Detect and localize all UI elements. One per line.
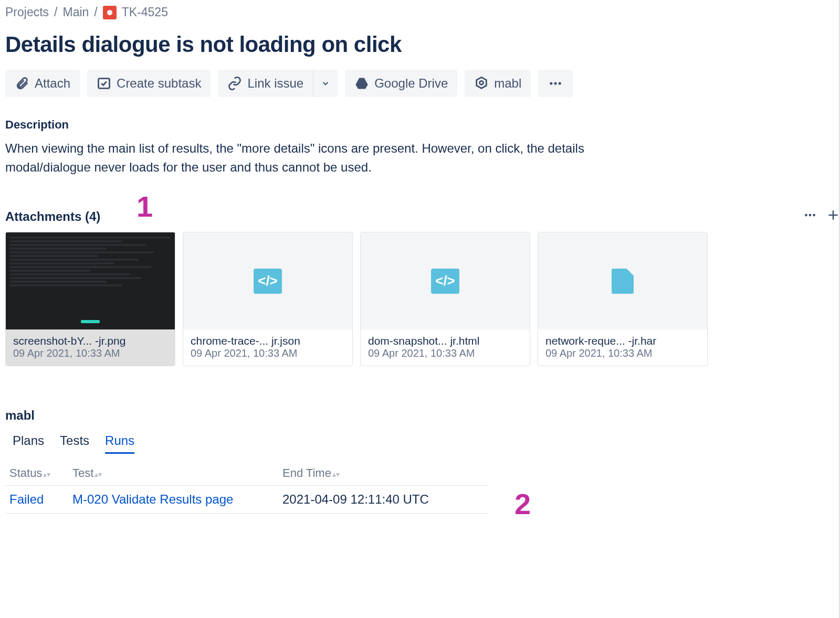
breadcrumb-projects[interactable]: Projects: [5, 5, 49, 19]
mabl-icon: [474, 76, 489, 91]
attachments-header: Attachments (4) 1: [5, 208, 840, 225]
paperclip-icon: [15, 76, 29, 91]
breadcrumb: Projects / Main / TK-4525: [5, 5, 840, 19]
attachment-name: screenshot-bY... -jr.png: [13, 335, 167, 347]
link-issue-split: Link issue: [218, 70, 338, 97]
kebab-icon: [803, 208, 817, 222]
attachment-preview: </>: [183, 232, 352, 329]
mabl-section: mabl Plans Tests Runs Status▴▾ Test▴▾ En…: [5, 408, 840, 514]
tab-tests[interactable]: Tests: [60, 433, 89, 454]
bug-icon: [103, 6, 117, 19]
attachment-preview: [6, 232, 175, 329]
google-drive-icon: [354, 76, 369, 91]
issue-key: TK-4525: [122, 5, 168, 19]
attachment-date: 09 Apr 2021, 10:33 AM: [13, 347, 167, 359]
col-test[interactable]: Test▴▾: [68, 461, 278, 486]
svg-point-6: [809, 214, 812, 217]
google-drive-label: Google Drive: [374, 76, 448, 91]
svg-point-4: [559, 82, 561, 84]
table-row[interactable]: Failed M-020 Validate Results page 2021-…: [5, 486, 488, 514]
attachment-card[interactable]: </> chrome-trace-... jr.json 09 Apr 2021…: [183, 232, 353, 366]
sort-icon: ▴▾: [332, 470, 340, 478]
create-subtask-button[interactable]: Create subtask: [87, 70, 211, 97]
add-attachment-button[interactable]: [826, 208, 840, 225]
sort-icon: ▴▾: [43, 470, 50, 478]
run-test-link[interactable]: M-020 Validate Results page: [72, 492, 233, 506]
link-issue-label: Link issue: [247, 76, 303, 91]
breadcrumb-main[interactable]: Main: [62, 5, 89, 19]
breadcrumb-sep: /: [94, 5, 97, 19]
create-subtask-label: Create subtask: [117, 76, 201, 91]
annotation-1: 1: [136, 189, 153, 223]
svg-point-7: [813, 214, 815, 217]
svg-point-5: [805, 214, 807, 217]
mabl-button[interactable]: mabl: [465, 70, 531, 97]
sort-icon: ▴▾: [94, 470, 102, 478]
mabl-heading: mabl: [5, 408, 840, 423]
tab-plans[interactable]: Plans: [13, 433, 44, 454]
attachments-more-button[interactable]: [803, 208, 817, 225]
plus-icon: [826, 208, 840, 222]
attachment-card[interactable]: network-reque... -jr.har 09 Apr 2021, 10…: [538, 232, 708, 366]
attachment-date: 09 Apr 2021, 10:33 AM: [368, 347, 522, 359]
svg-point-1: [480, 81, 484, 84]
description-body[interactable]: When viewing the main list of results, t…: [5, 139, 635, 177]
kebab-icon: [548, 76, 563, 91]
runs-table: Status▴▾ Test▴▾ End Time▴▾ Failed M-020 …: [5, 461, 488, 514]
breadcrumb-issue[interactable]: TK-4525: [103, 5, 168, 19]
attach-button[interactable]: Attach: [5, 70, 80, 97]
code-file-icon: </>: [254, 269, 282, 294]
run-end-time: 2021-04-09 12:11:40 UTC: [278, 486, 488, 514]
link-issue-dropdown[interactable]: [313, 70, 338, 97]
svg-point-2: [550, 82, 553, 84]
subtask-icon: [97, 76, 111, 91]
code-file-icon: </>: [431, 269, 459, 294]
attachments-heading: Attachments (4): [5, 209, 100, 224]
link-issue-button[interactable]: Link issue: [218, 70, 313, 97]
run-status: Failed: [9, 492, 44, 506]
more-actions-button[interactable]: [538, 70, 573, 97]
attachment-preview: [538, 232, 707, 329]
col-status[interactable]: Status▴▾: [5, 461, 68, 486]
chevron-down-icon: [321, 79, 330, 88]
description-heading: Description: [5, 118, 840, 132]
attachment-name: chrome-trace-... jr.json: [191, 335, 345, 347]
attachments-grid: screenshot-bY... -jr.png 09 Apr 2021, 10…: [5, 232, 840, 366]
mabl-tabs: Plans Tests Runs: [5, 433, 840, 454]
action-bar: Attach Create subtask Link issue Google …: [5, 70, 840, 97]
svg-point-3: [554, 82, 557, 84]
breadcrumb-sep: /: [54, 5, 57, 19]
issue-title[interactable]: Details dialogue is not loading on click: [5, 32, 840, 57]
attachment-card[interactable]: screenshot-bY... -jr.png 09 Apr 2021, 10…: [5, 232, 175, 366]
generic-file-icon: [612, 269, 634, 294]
attachment-name: network-reque... -jr.har: [545, 335, 700, 347]
tab-runs[interactable]: Runs: [105, 433, 134, 454]
attach-label: Attach: [35, 76, 70, 91]
attachment-name: dom-snapshot... jr.html: [368, 335, 522, 347]
col-end-time[interactable]: End Time▴▾: [278, 461, 488, 486]
attachment-card[interactable]: </> dom-snapshot... jr.html 09 Apr 2021,…: [360, 232, 530, 366]
link-icon: [227, 76, 242, 91]
attachment-date: 09 Apr 2021, 10:33 AM: [191, 347, 345, 359]
attachment-date: 09 Apr 2021, 10:33 AM: [545, 347, 700, 359]
mabl-label: mabl: [494, 76, 521, 91]
annotation-2: 2: [514, 487, 531, 521]
google-drive-button[interactable]: Google Drive: [345, 70, 457, 97]
attachment-preview: </>: [361, 232, 530, 329]
